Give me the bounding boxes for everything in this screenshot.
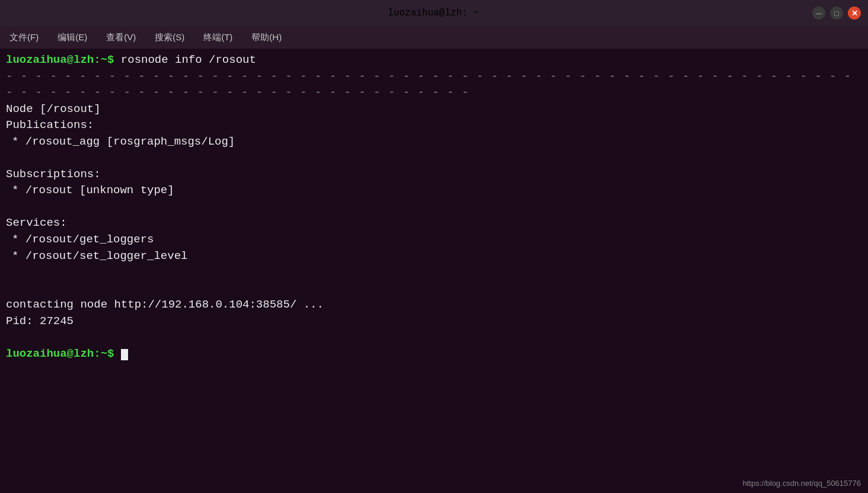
blank4 [6, 281, 862, 297]
watermark: https://blog.csdn.net/qq_50615776 [743, 478, 861, 489]
services-header: Services: [6, 215, 862, 232]
menu-view[interactable]: 查看(V) [103, 30, 139, 46]
menu-help[interactable]: 帮助(H) [248, 30, 285, 46]
prompt1: luozaihua@lzh:~$ [6, 53, 114, 66]
subscriptions-item1: * /rosout [unknown type] [6, 183, 862, 199]
menu-search[interactable]: 搜索(S) [151, 30, 188, 46]
window-title: luozaihua@lzh: ~ [388, 8, 479, 18]
titlebar: luozaihua@lzh: ~ ─ □ ✕ [0, 0, 868, 26]
node-header: Node [/rosout] [6, 101, 862, 118]
dashed-separator: - - - - - - - - - - - - - - - - - - - - … [6, 69, 862, 101]
blank5 [6, 329, 862, 346]
publications-header: Publications: [6, 117, 862, 134]
services-item1: * /rosout/get_loggers [6, 232, 862, 248]
menu-terminal[interactable]: 终端(T) [200, 30, 236, 46]
blank3 [6, 264, 862, 281]
contacting-line: contacting node http://192.168.0.104:385… [6, 297, 862, 313]
close-button[interactable]: ✕ [848, 7, 861, 20]
subscriptions-header: Subscriptions: [6, 167, 862, 183]
blank1 [6, 150, 862, 167]
command1: rosnode info /rosout [114, 53, 256, 66]
window-controls[interactable]: ─ □ ✕ [812, 7, 861, 20]
publications-item1: * /rosout_agg [rosgraph_msgs/Log] [6, 134, 862, 151]
blank2 [6, 199, 862, 216]
menu-file[interactable]: 文件(F) [6, 30, 42, 46]
menubar: 文件(F) 编辑(E) 查看(V) 搜索(S) 终端(T) 帮助(H) [0, 26, 868, 49]
terminal-area[interactable]: luozaihua@lzh:~$ rosnode info /rosout - … [0, 49, 868, 493]
services-item2: * /rosout/set_logger_level [6, 248, 862, 265]
active-prompt-line[interactable]: luozaihua@lzh:~$ [6, 346, 862, 363]
prompt2: luozaihua@lzh:~$ [6, 347, 114, 360]
menu-edit[interactable]: 编辑(E) [54, 30, 91, 46]
cursor [121, 349, 128, 360]
minimize-button[interactable]: ─ [812, 7, 825, 20]
pid-line: Pid: 27245 [6, 313, 862, 330]
command-line: luozaihua@lzh:~$ rosnode info /rosout [6, 52, 862, 69]
maximize-button[interactable]: □ [830, 7, 843, 20]
